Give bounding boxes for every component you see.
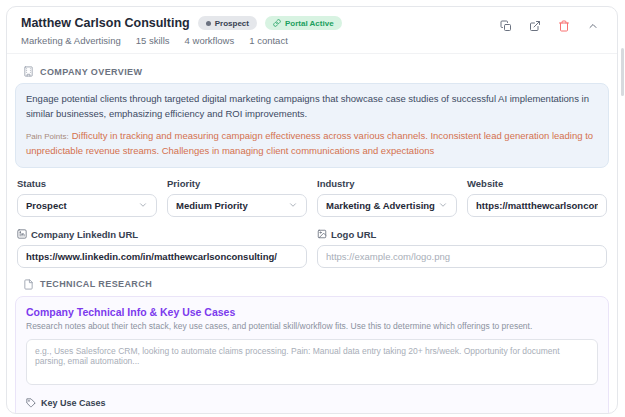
technical-research-box: Company Technical Info & Key Use Cases R… <box>15 296 609 414</box>
field-row-2: Company LinkedIn URL Logo URL <box>17 229 607 268</box>
status-dot-icon <box>206 21 211 26</box>
logo-input[interactable] <box>317 245 607 268</box>
linkedin-icon <box>17 229 27 239</box>
pain-points: Pain Points:Difficulty in tracking and m… <box>26 129 598 158</box>
card-body: COMPANY OVERVIEW Engage potential client… <box>7 54 617 414</box>
industry-field: Industry Marketing & Advertising <box>317 178 457 217</box>
industry-label: Industry <box>317 178 457 189</box>
chevron-up-icon <box>587 20 599 32</box>
meta-contacts: 1 contact <box>249 35 288 46</box>
header-actions <box>500 16 603 32</box>
key-use-cases-label: Key Use Cases <box>26 398 598 408</box>
tech-card-subtitle: Research notes about their tech stack, k… <box>26 321 598 331</box>
linkedin-input[interactable] <box>17 245 307 268</box>
status-label: Status <box>17 178 157 189</box>
priority-field: Priority Medium Priority <box>167 178 307 217</box>
status-badge: Prospect <box>198 16 257 30</box>
industry-select[interactable]: Marketing & Advertising <box>317 194 457 217</box>
field-row-1: Status Prospect Priority Medium Priority… <box>17 178 607 217</box>
status-field: Status Prospect <box>17 178 157 217</box>
meta-workflows: 4 workflows <box>185 35 235 46</box>
meta-skills: 15 skills <box>136 35 170 46</box>
card-header: Matthew Carlson Consulting Prospect Port… <box>7 7 617 54</box>
website-input[interactable] <box>467 194 607 217</box>
company-detail-card: Matthew Carlson Consulting Prospect Port… <box>6 6 618 414</box>
portal-active-badge: Portal Active <box>265 16 342 30</box>
title-row: Matthew Carlson Consulting Prospect Port… <box>21 16 342 30</box>
status-select[interactable]: Prospect <box>17 194 157 217</box>
meta-industry: Marketing & Advertising <box>21 35 121 46</box>
copy-icon <box>500 20 512 32</box>
overview-box: Engage potential clients through targete… <box>15 83 609 168</box>
header-left: Matthew Carlson Consulting Prospect Port… <box>21 16 342 46</box>
chevron-down-icon <box>438 200 448 210</box>
pain-points-label: Pain Points: <box>26 132 69 141</box>
linkedin-field: Company LinkedIn URL <box>17 229 307 268</box>
company-overview-section-label: COMPANY OVERVIEW <box>23 66 609 77</box>
tech-card-title: Company Technical Info & Key Use Cases <box>26 306 598 318</box>
chevron-down-icon <box>288 200 298 210</box>
website-label: Website <box>467 178 607 189</box>
meta-row: Marketing & Advertising 15 skills 4 work… <box>21 35 342 46</box>
scrollbar[interactable] <box>621 48 624 96</box>
tag-icon <box>26 398 36 408</box>
document-icon <box>23 279 34 290</box>
image-icon <box>317 229 327 239</box>
duplicate-button[interactable] <box>500 20 512 32</box>
trash-icon <box>558 20 570 32</box>
link-icon <box>273 19 281 27</box>
collapse-button[interactable] <box>587 20 599 32</box>
pain-points-text: Difficulty in tracking and measuring cam… <box>26 130 593 156</box>
overview-description: Engage potential clients through targete… <box>26 92 598 121</box>
priority-label: Priority <box>167 178 307 189</box>
chevron-down-icon <box>138 200 148 210</box>
website-field: Website <box>467 178 607 217</box>
company-title: Matthew Carlson Consulting <box>21 16 190 30</box>
open-external-button[interactable] <box>529 20 541 32</box>
technical-research-section-label: TECHNICAL RESEARCH <box>23 279 609 290</box>
logo-label: Logo URL <box>317 229 607 240</box>
delete-button[interactable] <box>558 20 570 32</box>
technical-notes-textarea[interactable] <box>26 339 598 385</box>
building-icon <box>23 66 34 77</box>
linkedin-label: Company LinkedIn URL <box>17 229 307 240</box>
external-link-icon <box>529 20 541 32</box>
priority-select[interactable]: Medium Priority <box>167 194 307 217</box>
logo-field: Logo URL <box>317 229 607 268</box>
